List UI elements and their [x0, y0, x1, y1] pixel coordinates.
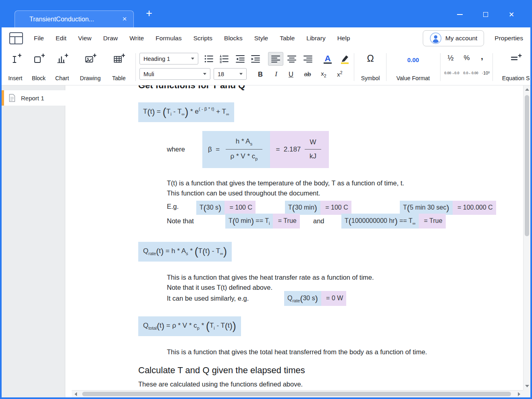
- math-q-rate-definition[interactable]: Qrate(t) = h * As * (T(t) - T∞): [138, 242, 232, 262]
- menu-item-help[interactable]: Help: [337, 35, 350, 42]
- insert-label: Insert: [8, 75, 22, 81]
- symbol-label: Symbol: [361, 75, 380, 81]
- vertical-scroll-thumb[interactable]: [525, 95, 529, 236]
- font-size-dropdown[interactable]: 18: [214, 68, 247, 80]
- scroll-left-button[interactable]: [73, 391, 79, 397]
- tab-close-icon[interactable]: ×: [120, 14, 129, 24]
- menu-item-draw[interactable]: Draw: [103, 35, 118, 42]
- sidebar-item-report-1[interactable]: Report 1: [2, 90, 65, 106]
- align-left-button[interactable]: [268, 52, 283, 66]
- scroll-down-button[interactable]: [524, 383, 530, 389]
- subscript-button[interactable]: x2: [317, 68, 330, 80]
- eval-t-infinity[interactable]: T(1000000000 hr) == T∞ = True: [341, 214, 446, 229]
- eval-t-0min[interactable]: T(0 min) == Ti = True: [225, 214, 300, 229]
- scientific-notation-icon: ·10³: [482, 71, 490, 75]
- block-label: Block: [32, 75, 46, 81]
- eval-q-rate-30s[interactable]: Qrate(30 s) = 0 W: [284, 291, 346, 306]
- eval-t-5min30s[interactable]: T(5 min 30 sec) = 100.000 C: [400, 201, 496, 215]
- scroll-right-button[interactable]: [516, 391, 522, 397]
- insert-button[interactable]: Insert: [5, 52, 26, 82]
- menu-item-blocks[interactable]: Blocks: [224, 35, 243, 42]
- scientific-notation-button[interactable]: ·10³: [480, 67, 492, 79]
- fraction-button[interactable]: ½: [443, 52, 458, 64]
- note-label: Note that: [167, 216, 194, 226]
- new-tab-button[interactable]: +: [143, 7, 156, 22]
- highlight-button[interactable]: [337, 52, 353, 66]
- eval-t-0min-expr[interactable]: T(0 min) == Ti: [225, 214, 273, 229]
- chevron-down-icon: [203, 73, 206, 75]
- horizontal-scrollbar[interactable]: [72, 390, 523, 397]
- math-beta-definition[interactable]: β = h * Asρ * V * cp: [202, 131, 270, 168]
- paragraph-style-dropdown[interactable]: Heading 1: [139, 53, 198, 64]
- chart-button[interactable]: Chart: [52, 52, 73, 82]
- underline-button[interactable]: U: [285, 68, 297, 80]
- superscript-icon: x2: [337, 70, 342, 78]
- eval-t-infinity-expr[interactable]: T(1000000000 hr) == T∞: [341, 214, 419, 229]
- align-center-button[interactable]: [284, 52, 299, 66]
- document-tab[interactable]: TransientConduction... ×: [15, 10, 134, 27]
- align-right-button[interactable]: [300, 52, 316, 66]
- minimize-button[interactable]: [455, 10, 464, 19]
- symbol-button[interactable]: Ω Symbol: [358, 52, 383, 82]
- font-family-dropdown[interactable]: Muli: [139, 68, 210, 80]
- menu-item-file[interactable]: File: [34, 35, 44, 42]
- eval-t-30s-expr[interactable]: T(30 s): [196, 201, 224, 215]
- where-label: where: [167, 144, 185, 154]
- menu-item-table[interactable]: Table: [280, 35, 295, 42]
- menu-item-style[interactable]: Style: [254, 35, 268, 42]
- bullet-list-button[interactable]: [202, 53, 215, 65]
- math-beta-result[interactable]: = 2.187 WkJ: [270, 131, 329, 168]
- menu-item-scripts[interactable]: Scripts: [193, 35, 212, 42]
- app-logo-icon[interactable]: [8, 31, 24, 46]
- numbered-list-button[interactable]: [218, 53, 231, 65]
- menu-item-library[interactable]: Library: [306, 35, 325, 42]
- equation-sheet-label: Equation S: [502, 75, 530, 81]
- eval-t-30min-result[interactable]: = 100 C: [320, 201, 351, 215]
- beta-equation[interactable]: β = h * Asρ * V * cp = 2.187 WkJ: [202, 131, 329, 168]
- eval-q-rate-30s-expr[interactable]: Qrate(30 s): [284, 291, 321, 306]
- value-format-button[interactable]: 0.00 Value Format: [389, 52, 437, 82]
- table-insert-button[interactable]: Table: [108, 52, 130, 82]
- outdent-button[interactable]: [234, 53, 247, 65]
- thousands-separator-button[interactable]: ,: [476, 52, 488, 64]
- eval-t-30s-result[interactable]: = 100 C: [224, 201, 256, 215]
- heading-calculate: Calculate T and Q given the elapsed time…: [138, 365, 305, 376]
- decimal-decrease-button[interactable]: 0.00→0.0: [443, 67, 461, 79]
- decimal-decrease-icon: 0.00→0.0: [445, 71, 459, 75]
- eval-t-30s[interactable]: T(30 s) = 100 C: [196, 201, 256, 215]
- eval-t-5min30s-result[interactable]: = 100.000 C: [453, 201, 496, 215]
- scroll-up-button[interactable]: [524, 86, 530, 93]
- document-canvas[interactable]: Get functions for T and Q T(t) = (Ti - T…: [65, 85, 523, 390]
- percent-button[interactable]: %: [459, 52, 474, 64]
- math-q-total-definition[interactable]: Qtotal(t) = ρ * V * cp * (Ti - T(t)): [138, 316, 241, 336]
- eval-t-5min30s-expr[interactable]: T(5 min 30 sec): [400, 201, 453, 215]
- italic-button[interactable]: I: [270, 68, 282, 80]
- decimal-increase-button[interactable]: 0.0←0.00: [462, 67, 480, 79]
- strikethrough-button[interactable]: ab: [300, 68, 315, 80]
- drawing-button[interactable]: Drawing: [76, 52, 105, 82]
- menu-item-edit[interactable]: Edit: [56, 35, 66, 42]
- bold-button[interactable]: B: [254, 68, 267, 80]
- eval-t-30min-expr[interactable]: T(30 min): [285, 201, 320, 215]
- vertical-scrollbar[interactable]: [523, 85, 530, 390]
- block-button[interactable]: Block: [28, 52, 49, 82]
- menu-item-formulas[interactable]: Formulas: [156, 35, 182, 42]
- menu-item-write[interactable]: Write: [129, 35, 144, 42]
- block-icon: [33, 53, 45, 65]
- menu-item-view[interactable]: View: [78, 35, 91, 42]
- eval-t-0min-result[interactable]: = True: [273, 214, 299, 229]
- eval-t-30min[interactable]: T(30 min) = 100 C: [285, 201, 351, 215]
- toolbar-divider: [135, 53, 136, 81]
- eval-q-rate-30s-result[interactable]: = 0 W: [321, 291, 347, 306]
- font-color-button[interactable]: A: [320, 52, 336, 66]
- horizontal-scroll-thumb[interactable]: [82, 392, 511, 396]
- equation-sheet-button[interactable]: Equation S: [497, 52, 530, 82]
- maximize-button[interactable]: [481, 10, 490, 19]
- eval-t-infinity-result[interactable]: = True: [419, 214, 445, 229]
- superscript-button[interactable]: x2: [333, 68, 347, 80]
- close-button[interactable]: ✕: [507, 10, 516, 19]
- math-t-definition[interactable]: T(t) = (Ti - T∞) * e( - β * t) + T∞: [138, 102, 234, 122]
- indent-button[interactable]: [249, 53, 262, 65]
- my-account-button[interactable]: My account: [423, 30, 484, 46]
- menu-item-properties[interactable]: Properties: [495, 35, 523, 42]
